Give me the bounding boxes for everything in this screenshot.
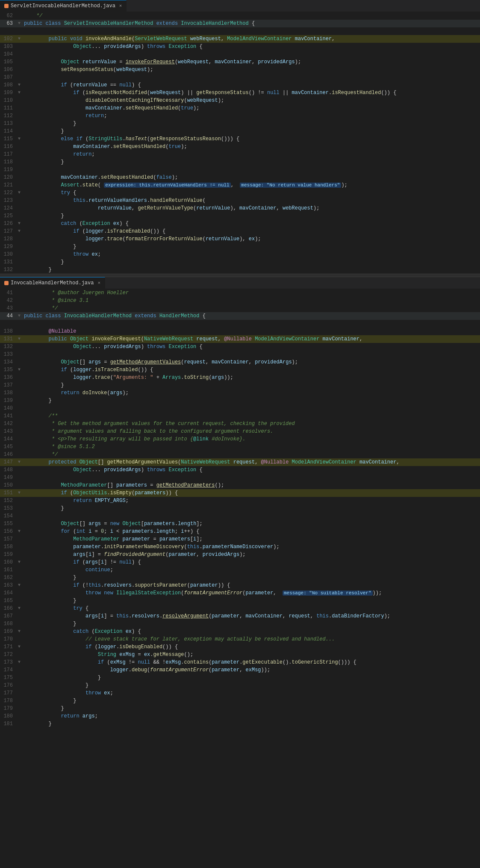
tab-label-2: InvocableHandlerMethod.java (11, 280, 94, 286)
line-row: 158 parameter.initParameterNameDiscovery… (0, 543, 480, 551)
line-row: 143 * argument values and falling back t… (0, 428, 480, 435)
line-row: 63 ▼ public class ServletInvocableHandle… (0, 20, 480, 27)
line-row: 139 } (0, 397, 480, 404)
line-row: 141 /** (0, 412, 480, 420)
line-row: 109 ▼ if (isRequestNotModified(webReques… (0, 89, 480, 97)
line-row: 110 disableContentCachingIfNecessary(web… (0, 97, 480, 104)
line-row: 115 ▼ else if (StringUtils.hasText(getRe… (0, 135, 480, 143)
line-row: 124 returnValue, getReturnValueType(retu… (0, 204, 480, 212)
line-row: 41 * @author Juergen Hoeller (0, 289, 480, 297)
line-row: 145 * @since 5.1.2 (0, 443, 480, 451)
line-row: 163 ▼ if (!this.resolvers.supportsParame… (0, 582, 480, 589)
editor-container: ServletInvocableHandlerMethod.java × 62 … (0, 0, 480, 735)
line-row: 179 } (0, 705, 480, 712)
line-row: 127 ▼ if (logger.isTraceEnabled()) { (0, 227, 480, 235)
line-row: 134 Object[] args = getMethodArgumentVal… (0, 358, 480, 366)
code-content-1: 62 */ 63 ▼ public class ServletInvocable… (0, 12, 480, 274)
line-row: 42 * @since 3.1 (0, 297, 480, 304)
line-row (0, 320, 480, 328)
line-row: 104 (0, 50, 480, 58)
file-icon-1 (4, 4, 9, 8)
line-row: 176 } (0, 682, 480, 689)
line-row: 132 Object... providedArgs) throws Excep… (0, 343, 480, 351)
line-row: 171 ▼ if (logger.isDebugEnabled()) { (0, 643, 480, 651)
tab-close-1[interactable]: × (119, 3, 122, 9)
line-row: 149 (0, 474, 480, 481)
line-row: 113 } (0, 120, 480, 127)
line-row: 159 args[i] = findProvidedArgument(param… (0, 551, 480, 558)
line-row: 103 Object... providedArgs) throws Excep… (0, 43, 480, 50)
line-row: 181 } (0, 720, 480, 728)
line-row: 153 } (0, 505, 480, 512)
line-row: 126 ▼ catch (Exception ex) { (0, 220, 480, 227)
line-row: 178 } (0, 697, 480, 705)
line-row: 138 return doInvoke(args); (0, 389, 480, 397)
line-row: 129 } (0, 243, 480, 251)
line-row: 154 (0, 512, 480, 520)
line-row: 122 ▼ try { (0, 189, 480, 197)
line-row: 138 @Nullable (0, 328, 480, 335)
tab-close-2[interactable]: × (97, 280, 100, 286)
line-row: 43 */ (0, 304, 480, 312)
line-row: 160 ▼ if (args[i] != null) { (0, 558, 480, 566)
line-row: 142 * Get the method argument values for… (0, 420, 480, 428)
line-row: 119 (0, 166, 480, 174)
line-row: 105 Object returnValue = invokeForReques… (0, 58, 480, 66)
tab-invocable[interactable]: InvocableHandlerMethod.java × (0, 277, 105, 289)
tab-servlet[interactable]: ServletInvocableHandlerMethod.java × (0, 0, 127, 12)
line-row: 169 ▼ catch (Exception ex) { (0, 628, 480, 635)
line-row: 161 continue; (0, 566, 480, 574)
line-row: 150 MethodParameter[] parameters = getMe… (0, 481, 480, 489)
tab-bar-2: InvocableHandlerMethod.java × (0, 277, 480, 289)
line-row: 111 mavContainer.setRequestHandled(true)… (0, 104, 480, 112)
line-row: 147 ▼ protected Object[] getMethodArgume… (0, 458, 480, 466)
line-row: 102 ▼ public void invokeAndHandle(Servle… (0, 35, 480, 43)
line-row: 146 */ (0, 451, 480, 458)
line-row: 107 (0, 74, 480, 81)
line-row: 148 Object... providedArgs) throws Excep… (0, 466, 480, 474)
tab-label-1: ServletInvocableHandlerMethod.java (11, 3, 115, 9)
line-row: 123 this.returnValueHandlers.handleRetur… (0, 197, 480, 204)
file-icon-2 (4, 281, 9, 285)
editor-panel-1: ServletInvocableHandlerMethod.java × 62 … (0, 0, 480, 274)
line-row: 62 */ (0, 12, 480, 20)
line-row: 152 return EMPTY_ARGS; (0, 497, 480, 505)
line-row: 174 logger.debug(formatArgumentError(par… (0, 666, 480, 674)
line-row: 162 } (0, 574, 480, 582)
line-row: 170 // Leave stack trace for later, exce… (0, 635, 480, 643)
line-row: 165 } (0, 597, 480, 605)
line-row: 172 String exMsg = ex.getMessage(); (0, 651, 480, 658)
code-content-2: 41 * @author Juergen Hoeller 42 * @since… (0, 289, 480, 735)
line-row: 132 } (0, 266, 480, 274)
line-row: 137 } (0, 381, 480, 389)
line-row: 118 } (0, 158, 480, 166)
line-row: 136 logger.trace("Arguments: " + Arrays.… (0, 374, 480, 381)
line-row: 106 setResponseStatus(webRequest); (0, 66, 480, 74)
line-row: 144 * <p>The resulting array will be pas… (0, 435, 480, 443)
line-row: 131 ▼ public Object invokeForRequest(Nat… (0, 335, 480, 343)
line-row: 155 Object[] args = new Object[parameter… (0, 520, 480, 528)
line-row: 167 args[i] = this.resolvers.resolveArgu… (0, 612, 480, 620)
line-row: 151 ▼ if (ObjectUtils.isEmpty(parameters… (0, 489, 480, 497)
line-row (0, 728, 480, 735)
line-row: 130 throw ex; (0, 251, 480, 258)
line-row: 168 } (0, 620, 480, 628)
line-row: 44 ▼ public class InvocableHandlerMethod… (0, 312, 480, 320)
line-row: 140 (0, 404, 480, 412)
line-row: 131 } (0, 258, 480, 266)
line-row: 125 } (0, 212, 480, 220)
line-row: 180 return args; (0, 712, 480, 720)
line-row: 117 return; (0, 151, 480, 158)
line-row: 175 } (0, 674, 480, 682)
line-row: 164 throw new IllegalStateException(form… (0, 589, 480, 597)
line-row: 121 Assert.state( expression: this.retur… (0, 181, 480, 189)
tab-bar-1: ServletInvocableHandlerMethod.java × (0, 0, 480, 12)
line-row: 135 ▼ if (logger.isTraceEnabled()) { (0, 366, 480, 374)
line-row: 114 } (0, 127, 480, 135)
line-row: 177 throw ex; (0, 689, 480, 697)
line-row: 156 ▼ for (int i = 0; i < parameters.len… (0, 528, 480, 535)
line-row: 120 mavContainer.setRequestHandled(false… (0, 174, 480, 181)
line-row: 108 ▼ if (returnValue == null) { (0, 81, 480, 89)
line-row (0, 27, 480, 35)
line-row: 112 return; (0, 112, 480, 120)
